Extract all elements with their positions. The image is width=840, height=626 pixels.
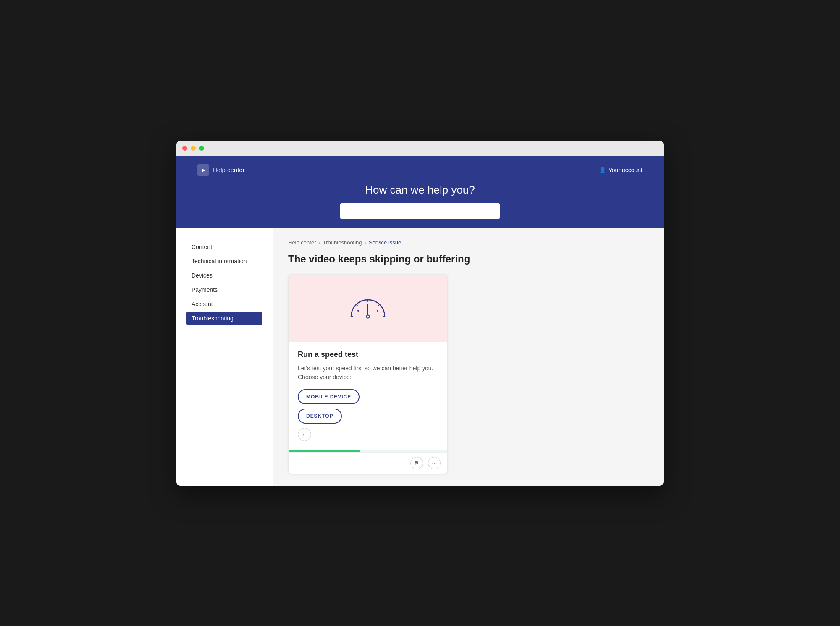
card-image-area [289, 275, 447, 342]
search-input[interactable] [340, 203, 500, 219]
flag-button[interactable]: ⚑ [410, 457, 423, 469]
breadcrumb-helpcenter[interactable]: Help center [288, 239, 316, 246]
flag-icon: ⚑ [414, 460, 419, 466]
page-content-area: Help center › Troubleshooting › Service … [273, 228, 664, 486]
sidebar-item-account[interactable]: Account [186, 297, 262, 311]
sidebar-item-payments[interactable]: Payments [186, 283, 262, 296]
back-arrow-icon: ← [302, 431, 307, 438]
mobile-device-button[interactable]: MOBILE DEVICE [298, 389, 360, 404]
traffic-light-green[interactable] [199, 146, 204, 151]
back-button[interactable]: ← [298, 428, 311, 441]
card-description-line2: Choose your device: [298, 374, 352, 380]
progress-bar [289, 450, 447, 452]
svg-line-4 [378, 304, 380, 306]
account-link[interactable]: 👤 Your account [599, 167, 643, 173]
sidebar-item-devices[interactable]: Devices [186, 269, 262, 282]
card-body: Run a speed test Let's test your speed f… [289, 342, 447, 450]
account-label: Your account [609, 167, 643, 173]
speedometer-icon [347, 296, 389, 321]
sidebar-item-content[interactable]: Content [186, 240, 262, 254]
card-footer: ⚑ ··· [289, 452, 447, 474]
traffic-light-red[interactable] [182, 146, 187, 151]
main-content: Content Technical information Devices Pa… [176, 228, 664, 486]
header-top: ▶ Help center 👤 Your account [197, 164, 643, 176]
speed-test-card: Run a speed test Let's test your speed f… [288, 274, 448, 474]
logo-area: ▶ Help center [197, 164, 245, 176]
breadcrumb-service-issue[interactable]: Service issue [369, 239, 401, 246]
account-icon: 👤 [599, 167, 606, 173]
logo-text: Help center [213, 166, 245, 173]
play-icon: ▶ [202, 167, 205, 173]
page-title: The video keeps skipping or buffering [288, 253, 648, 265]
sidebar-item-troubleshooting[interactable]: Troubleshooting [186, 312, 262, 325]
breadcrumb-sep-2: › [365, 239, 366, 246]
breadcrumb: Help center › Troubleshooting › Service … [288, 239, 648, 246]
card-title: Run a speed test [298, 350, 438, 359]
desktop-button[interactable]: DESKTOP [298, 409, 342, 424]
progress-bar-fill [289, 450, 360, 452]
more-options-button[interactable]: ··· [428, 457, 441, 469]
app-header: ▶ Help center 👤 Your account How can we … [176, 156, 664, 228]
svg-point-8 [377, 310, 378, 312]
svg-line-3 [356, 304, 357, 306]
sidebar-item-technical-information[interactable]: Technical information [186, 254, 262, 268]
svg-point-7 [357, 310, 359, 312]
card-description: Let's test your speed first so we can be… [298, 364, 438, 382]
breadcrumb-sep-1: › [318, 239, 320, 246]
logo-icon: ▶ [197, 164, 209, 176]
browser-titlebar [176, 141, 664, 156]
breadcrumb-troubleshooting[interactable]: Troubleshooting [323, 239, 362, 246]
traffic-light-yellow[interactable] [191, 146, 196, 151]
browser-window: ▶ Help center 👤 Your account How can we … [176, 141, 664, 486]
more-icon: ··· [432, 460, 437, 466]
header-headline: How can we help you? [365, 183, 475, 196]
sidebar: Content Technical information Devices Pa… [176, 228, 273, 486]
svg-point-6 [367, 315, 370, 318]
card-description-line1: Let's test your speed first so we can be… [298, 365, 433, 372]
